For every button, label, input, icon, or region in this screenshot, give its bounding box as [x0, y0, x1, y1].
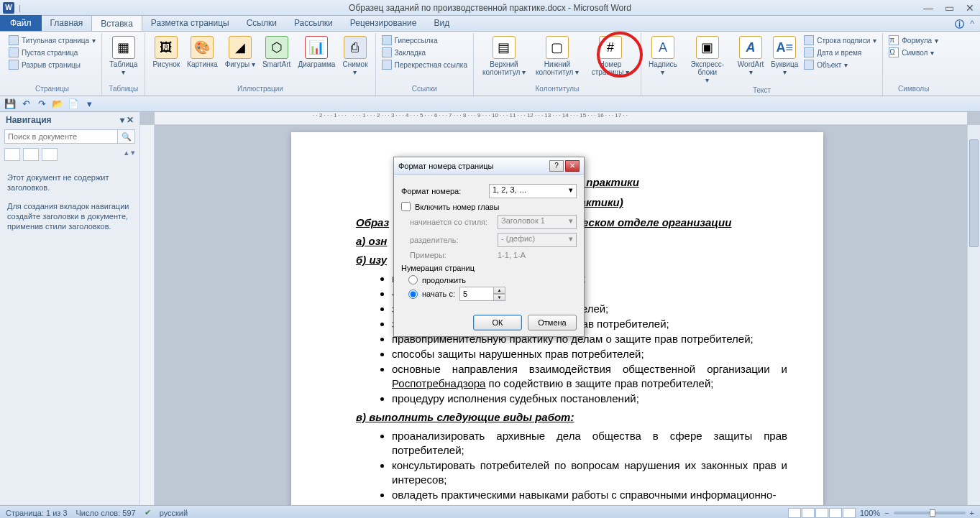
- continue-radio[interactable]: [408, 275, 418, 285]
- dropcap-button[interactable]: A≡Буквица▾: [768, 34, 801, 85]
- scrollbar-vertical[interactable]: [967, 125, 980, 505]
- format-combo[interactable]: 1, 2, 3, …▾: [489, 184, 577, 198]
- equation-button[interactable]: πФормула ▾: [887, 34, 940, 46]
- include-chapter-checkbox[interactable]: [401, 202, 411, 211]
- nav-tab-pages[interactable]: [23, 148, 39, 161]
- bookmark-icon: [382, 47, 392, 57]
- tab-view[interactable]: Вид: [425, 15, 458, 31]
- status-lang[interactable]: русский: [160, 509, 188, 517]
- search-icon[interactable]: 🔍: [118, 129, 135, 144]
- format-label: Формат номера:: [401, 187, 485, 195]
- open-icon[interactable]: 📂: [52, 98, 63, 110]
- hyperlink-button[interactable]: Гиперссылка: [380, 34, 469, 46]
- table-button[interactable]: ▦Таблица▾: [106, 34, 140, 84]
- navigation-pane: Навигация ▾ ✕ 🔍 ▴ ▾ Этот документ не сод…: [0, 112, 140, 505]
- tab-home[interactable]: Главная: [42, 15, 92, 31]
- object-button[interactable]: Объект ▾: [802, 59, 878, 70]
- header-button[interactable]: ▤Верхний колонтитул ▾: [478, 34, 530, 84]
- blank-page-button[interactable]: Пустая страница: [7, 47, 97, 58]
- wordart-button[interactable]: AWordArt▾: [735, 34, 767, 85]
- new-icon[interactable]: 📄: [68, 98, 79, 110]
- picture-button[interactable]: 🖼Рисунок: [150, 34, 183, 84]
- tab-insert[interactable]: Вставка: [91, 15, 142, 31]
- start-at-input[interactable]: [459, 287, 494, 301]
- screenshot-button[interactable]: ⎙Снимок▾: [339, 34, 370, 84]
- nav-close-icon[interactable]: ✕: [127, 115, 134, 125]
- status-words[interactable]: Число слов: 597: [76, 509, 136, 517]
- numbering-legend: Нумерация страниц: [401, 264, 577, 272]
- view-print-icon[interactable]: [788, 508, 801, 518]
- ok-button[interactable]: ОК: [473, 315, 522, 330]
- start-at-radio[interactable]: [408, 290, 418, 299]
- dialog-titlebar[interactable]: Формат номера страницы ? ✕: [394, 157, 584, 175]
- shapes-icon: ◢: [229, 36, 252, 59]
- datetime-button[interactable]: Дата и время: [802, 47, 878, 58]
- status-page[interactable]: Страница: 1 из 3: [6, 509, 68, 517]
- pagenumber-button[interactable]: #Номер страницы ▾: [585, 34, 636, 84]
- crossref-icon: [382, 60, 392, 70]
- signature-button[interactable]: Строка подписи ▾: [802, 34, 878, 46]
- tab-layout[interactable]: Разметка страницы: [142, 15, 238, 31]
- view-outline-icon[interactable]: [829, 508, 842, 518]
- minimize-icon[interactable]: —: [920, 2, 936, 14]
- clipart-icon: 🎨: [191, 36, 214, 59]
- footer-button[interactable]: ▢Нижний колонтитул ▾: [531, 34, 583, 84]
- zoom-out-icon[interactable]: −: [884, 509, 889, 517]
- group-links: Гиперссылка Закладка Перекрестная ссылка…: [376, 33, 474, 96]
- zoom-handle[interactable]: [930, 509, 935, 517]
- ruler-horizontal[interactable]: · · 2 · · · 1 · · · · · · 1 · · · 2 · · …: [155, 112, 967, 125]
- quickparts-icon: ▣: [696, 36, 719, 59]
- undo-icon[interactable]: ↶: [20, 98, 32, 110]
- help-area: ⓘ ^: [955, 18, 974, 31]
- chart-button[interactable]: 📊Диаграмма: [295, 34, 338, 84]
- zoom-slider[interactable]: [894, 512, 966, 514]
- tab-refs[interactable]: Ссылки: [238, 15, 285, 31]
- save-icon[interactable]: 💾: [4, 98, 16, 110]
- zoom-value[interactable]: 100%: [860, 509, 880, 517]
- window-controls: — ▭ ✕: [920, 2, 977, 14]
- view-web-icon[interactable]: [815, 508, 828, 518]
- spinner-down-icon[interactable]: ▼: [494, 294, 505, 301]
- smartart-button[interactable]: ⬡SmartArt: [260, 34, 293, 84]
- status-proof-icon[interactable]: ✔: [145, 508, 151, 517]
- group-symbols: πФормула ▾ ΩСимвол ▾ Символы: [883, 33, 944, 96]
- examples-value: 1-1, 1-A: [498, 251, 526, 259]
- start-at-label: начать с:: [422, 290, 455, 298]
- file-tab[interactable]: Файл: [0, 15, 42, 31]
- dialog-help-icon[interactable]: ?: [549, 160, 564, 172]
- zoom-in-icon[interactable]: +: [970, 509, 974, 517]
- view-read-icon[interactable]: [802, 508, 815, 518]
- symbol-button[interactable]: ΩСимвол ▾: [887, 47, 940, 58]
- ruler-vertical[interactable]: [140, 125, 155, 505]
- tab-review[interactable]: Рецензирование: [342, 15, 426, 31]
- nav-dropdown-icon[interactable]: ▾: [120, 115, 124, 125]
- nav-tab-headings[interactable]: [4, 148, 20, 161]
- clipart-button[interactable]: 🎨Картинка: [184, 34, 221, 84]
- page-number-format-dialog: Формат номера страницы ? ✕ Формат номера…: [393, 157, 585, 337]
- quickparts-button[interactable]: ▣Экспресс-блоки▾: [682, 34, 733, 85]
- redo-icon[interactable]: ↷: [36, 98, 47, 110]
- help-icon[interactable]: ⓘ: [955, 18, 964, 31]
- cover-page-button[interactable]: Титульная страница ▾: [7, 34, 97, 46]
- crossref-button[interactable]: Перекрестная ссылка: [380, 59, 469, 70]
- nav-tab-results[interactable]: [42, 148, 58, 161]
- maximize-icon[interactable]: ▭: [942, 2, 957, 14]
- chart-icon: 📊: [305, 36, 328, 59]
- textbox-button[interactable]: AНадпись▾: [646, 34, 680, 85]
- tab-mail[interactable]: Рассылки: [285, 15, 342, 31]
- view-draft-icon[interactable]: [843, 508, 856, 518]
- dialog-close-icon[interactable]: ✕: [565, 160, 580, 172]
- spinner-up-icon[interactable]: ▲: [494, 287, 505, 294]
- shapes-button[interactable]: ◢Фигуры ▾: [222, 34, 258, 84]
- scroll-thumb[interactable]: [969, 139, 979, 247]
- cancel-button[interactable]: Отмена: [528, 315, 577, 330]
- style-label: начинается со стиля:: [401, 218, 493, 226]
- page-break-button[interactable]: Разрыв страницы: [7, 59, 97, 70]
- group-text: AНадпись▾ ▣Экспресс-блоки▾ AWordArt▾ A≡Б…: [641, 33, 883, 96]
- start-at-spinner: ▲▼: [459, 287, 505, 301]
- bookmark-button[interactable]: Закладка: [380, 47, 469, 58]
- collapse-ribbon-icon[interactable]: ^: [970, 18, 974, 31]
- qat-dropdown-icon[interactable]: ▾: [83, 98, 95, 110]
- close-icon[interactable]: ✕: [963, 2, 977, 14]
- search-input[interactable]: [4, 129, 118, 144]
